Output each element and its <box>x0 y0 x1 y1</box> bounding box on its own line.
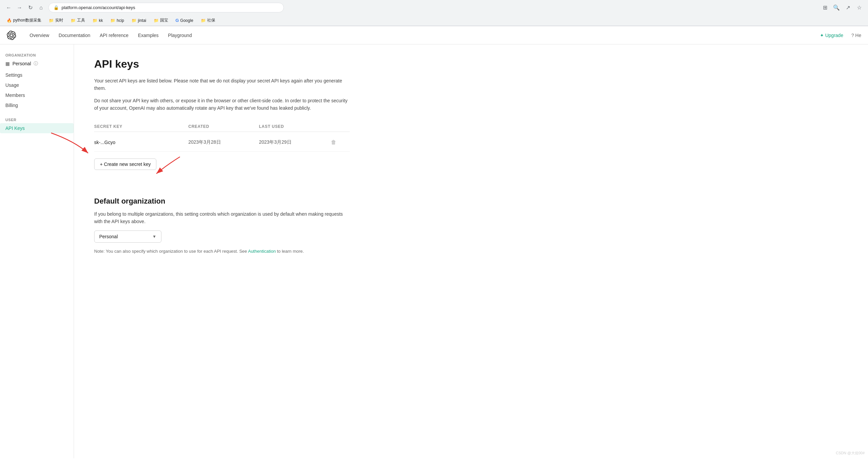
page-description-2: Do not share your API key with others, o… <box>94 97 350 112</box>
default-org-title: Default organization <box>94 197 848 206</box>
sidebar-billing[interactable]: Billing <box>0 100 74 110</box>
authentication-link[interactable]: Authentication <box>248 249 275 254</box>
user-section-label: USER <box>0 116 74 123</box>
key-value: sk-...Gcyo <box>94 140 188 145</box>
nav-links: Overview Documentation API reference Exa… <box>26 30 816 41</box>
page-description-1: Your secret API keys are listed below. P… <box>94 77 350 92</box>
folder-icon: 📁 <box>110 18 115 23</box>
folder-icon: 📁 <box>201 18 206 23</box>
bookmark-hcip-label: hcip <box>117 18 124 23</box>
main-layout: ORGANIZATION ▦ Personal ⓘ Settings Usage… <box>0 45 868 458</box>
table-header: SECRET KEY CREATED LAST USED <box>94 121 350 132</box>
table-row: sk-...Gcyo 2023年3月28日 2023年3月29日 🗑 <box>94 133 350 152</box>
org-section-label: ORGANIZATION <box>0 51 74 59</box>
bookmark-guobao[interactable]: 📁 国宝 <box>151 17 171 24</box>
default-org-description: If you belong to multiple organizations,… <box>94 210 350 226</box>
browser-right-actions: ⊞ 🔍 ↗ ☆ <box>820 3 864 12</box>
folder-icon: 📁 <box>71 18 76 23</box>
bookmark-gongju[interactable]: 📁 工具 <box>68 17 88 24</box>
sidebar-members[interactable]: Members <box>0 90 74 100</box>
col-actions <box>330 124 350 129</box>
translate-button[interactable]: ⊞ <box>820 3 830 12</box>
nav-right: ✦ Upgrade ? He <box>816 31 861 40</box>
google-icon: G <box>176 18 179 23</box>
lock-icon: 🔒 <box>54 5 59 10</box>
bookmark-shishi-label: 实时 <box>55 18 63 23</box>
sidebar-usage[interactable]: Usage <box>0 80 74 90</box>
browser-nav-buttons: ← → ↻ ⌂ <box>4 3 46 12</box>
folder-icon: 📁 <box>92 18 97 23</box>
nav-api-reference[interactable]: API reference <box>96 30 133 41</box>
org-select-value: Personal <box>99 234 118 239</box>
create-key-section: + Create new secret key <box>94 159 156 183</box>
bookmark-shebao-label: 社保 <box>207 18 215 23</box>
zoom-button[interactable]: 🔍 <box>832 3 841 12</box>
note-text: Note: You can also specify which organiz… <box>94 248 350 255</box>
top-nav: Overview Documentation API reference Exa… <box>0 26 868 45</box>
bookmark-google[interactable]: G Google <box>173 17 196 24</box>
upgrade-button[interactable]: ✦ Upgrade <box>816 31 847 40</box>
home-button[interactable]: ⌂ <box>36 3 46 12</box>
bookmark-kk-label: kk <box>99 18 103 23</box>
note-text-prefix: Note: You can also specify which organiz… <box>94 249 248 254</box>
user-section: USER API Keys <box>0 116 74 133</box>
bookmark-gongju-label: 工具 <box>77 18 85 23</box>
nav-logo[interactable] <box>7 31 16 40</box>
bookmark-hcip[interactable]: 📁 hcip <box>107 17 127 24</box>
arrow-indicator <box>153 155 183 179</box>
folder-icon: 📁 <box>154 18 159 23</box>
delete-key-button[interactable]: 🗑 <box>330 138 338 147</box>
org-info-icon[interactable]: ⓘ <box>34 61 38 67</box>
bookmark-python[interactable]: 🔥 python数据采集 <box>4 17 44 24</box>
reload-button[interactable]: ↻ <box>26 3 35 12</box>
bookmark-jintai[interactable]: 📁 jintai <box>129 17 149 24</box>
nav-documentation[interactable]: Documentation <box>55 30 94 41</box>
nav-examples[interactable]: Examples <box>134 30 162 41</box>
back-button[interactable]: ← <box>4 3 13 12</box>
create-secret-key-button[interactable]: + Create new secret key <box>94 159 156 170</box>
bookmark-python-label: python数据采集 <box>13 18 41 23</box>
org-header: ▦ Personal ⓘ <box>0 59 74 69</box>
api-keys-table: SECRET KEY CREATED LAST USED sk-...Gcyo … <box>94 121 350 152</box>
bookmark-shishi[interactable]: 📁 实时 <box>46 17 66 24</box>
share-button[interactable]: ↗ <box>843 3 852 12</box>
bookmark-jintai-label: jintai <box>138 18 146 23</box>
key-created: 2023年3月28日 <box>188 139 259 145</box>
main-content: API keys Your secret API keys are listed… <box>74 45 868 458</box>
browser-toolbar: ← → ↻ ⌂ 🔒 platform.openai.com/account/ap… <box>0 0 868 15</box>
col-secret-key: SECRET KEY <box>94 124 188 129</box>
folder-icon: 📁 <box>131 18 136 23</box>
org-select-dropdown[interactable]: Personal ▼ <box>94 230 161 242</box>
bookmark-shebao[interactable]: 📁 社保 <box>198 17 218 24</box>
chevron-down-icon: ▼ <box>152 234 156 239</box>
nav-playground[interactable]: Playground <box>164 30 196 41</box>
forward-button[interactable]: → <box>15 3 24 12</box>
sidebar-settings[interactable]: Settings <box>0 70 74 80</box>
key-actions: 🗑 <box>330 138 350 147</box>
bookmark-google-label: Google <box>180 18 193 23</box>
bookmarks-bar: 🔥 python数据采集 📁 实时 📁 工具 📁 kk 📁 hcip 📁 jin… <box>0 15 868 26</box>
org-grid-icon: ▦ <box>5 61 10 66</box>
note-text-suffix: to learn more. <box>276 249 304 254</box>
bookmark-button[interactable]: ☆ <box>855 3 864 12</box>
fire-icon: 🔥 <box>7 18 12 23</box>
col-last-used: LAST USED <box>259 124 330 129</box>
key-last-used: 2023年3月29日 <box>259 139 330 145</box>
help-button[interactable]: ? He <box>851 33 861 38</box>
sidebar-api-keys[interactable]: API Keys <box>0 123 74 133</box>
address-text: platform.openai.com/account/api-keys <box>62 5 279 10</box>
org-name: Personal <box>12 61 31 66</box>
bookmark-kk[interactable]: 📁 kk <box>90 17 105 24</box>
sidebar-arrow-indicator <box>74 131 91 158</box>
col-created: CREATED <box>188 124 259 129</box>
bookmark-guobao-label: 国宝 <box>160 18 168 23</box>
address-bar[interactable]: 🔒 platform.openai.com/account/api-keys <box>49 3 284 12</box>
folder-icon: 📁 <box>49 18 54 23</box>
page-title: API keys <box>94 58 848 70</box>
sidebar: ORGANIZATION ▦ Personal ⓘ Settings Usage… <box>0 45 74 458</box>
watermark: CSDN @大佐00# <box>836 451 865 456</box>
nav-overview[interactable]: Overview <box>26 30 53 41</box>
